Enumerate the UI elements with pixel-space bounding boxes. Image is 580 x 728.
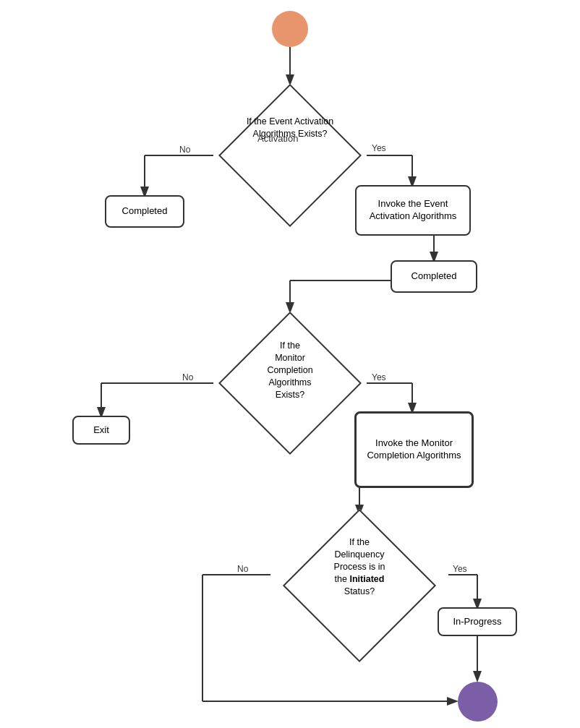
completed2-box: Completed — [391, 260, 477, 293]
invoke-monitor-box: Invoke the Monitor Completion Algorithms — [354, 411, 474, 488]
invoke-event-label: Invoke the Event Activation Algorithms — [364, 198, 462, 223]
in-progress-box: In-Progress — [438, 607, 517, 636]
in-progress-label: In-Progress — [453, 616, 501, 628]
end-circle — [458, 682, 498, 721]
completed1-box: Completed — [105, 195, 184, 228]
no2-label: No — [182, 372, 193, 382]
diamond3-text: If theDelinquencyProcess is inthe Initia… — [309, 528, 410, 597]
completed2-label: Completed — [411, 270, 457, 283]
diamond1-text: If the Event Activation Algorithms Exist… — [243, 105, 337, 140]
diamond3: If theDelinquencyProcess is inthe Initia… — [269, 513, 450, 658]
flowchart: If the Event Activation Algorithms Exist… — [0, 0, 580, 728]
diamond2-text: If theMonitorCompletionAlgorithmsExists? — [243, 333, 337, 401]
start-circle — [272, 11, 308, 47]
yes1-label: Yes — [372, 143, 386, 153]
yes3-label: Yes — [453, 564, 467, 574]
invoke-event-box: Invoke the Event Activation Algorithms — [355, 185, 471, 236]
invoke-monitor-label: Invoke the Monitor Completion Algorithms — [364, 437, 464, 462]
no1-label: No — [179, 145, 190, 155]
no3-label: No — [237, 564, 248, 574]
completed1-label: Completed — [122, 205, 168, 218]
exit-box: Exit — [72, 416, 130, 445]
diamond1: If the Event Activation Algorithms Exist… — [214, 83, 366, 228]
yes2-label: Yes — [372, 372, 386, 382]
diamond2: If theMonitorCompletionAlgorithmsExists? — [214, 311, 366, 455]
exit-label: Exit — [93, 424, 109, 437]
